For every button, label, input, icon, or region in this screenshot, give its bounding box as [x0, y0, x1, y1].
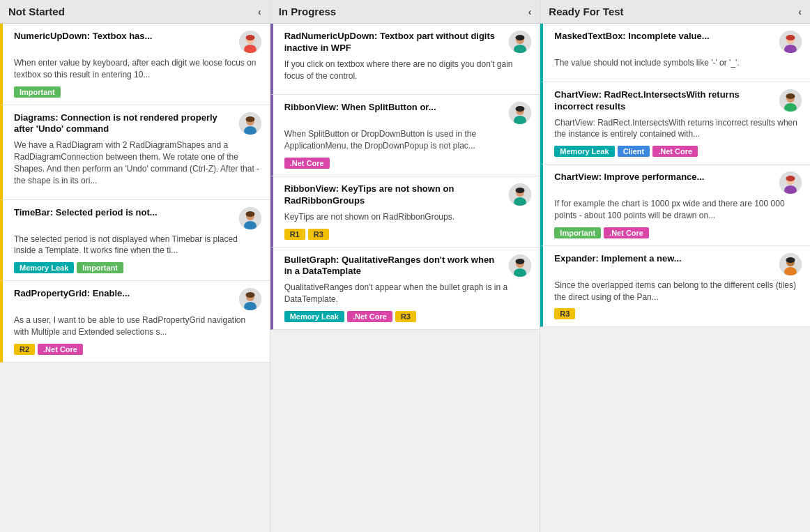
column-in-progress: In Progress‹RadNumericUpDown: Textbox pa… — [270, 0, 541, 532]
avatar — [509, 254, 531, 277]
cards-container-not-started: NumericUpDown: Textbox has... When enter… — [0, 24, 270, 363]
card-title: ChartView: Improve performance... — [554, 172, 779, 183]
card[interactable]: Expander: Implement a new... Since the o… — [540, 246, 810, 328]
card-title: MaskedTextBox: Incomplete value... — [554, 31, 779, 43]
collapse-icon-ready-for-test[interactable]: ‹ — [798, 6, 802, 17]
card-description: The value should not include symbols lik… — [554, 57, 802, 69]
card-top: Expander: Implement a new... — [554, 253, 802, 275]
card-description: When enter value by keyboard, after each… — [14, 57, 261, 81]
avatar — [509, 31, 531, 53]
tag-r3[interactable]: R3 — [554, 308, 575, 319]
card-top: Diagrams: Connection is not rendered pro… — [14, 112, 261, 136]
card[interactable]: BulletGraph: QualitativeRanges don't wor… — [270, 248, 540, 330]
tag-important[interactable]: Important — [554, 227, 601, 238]
card-title: RadNumericUpDown: Textbox part without d… — [284, 31, 510, 54]
card-top: RibbonView: When SplitButton or... — [284, 102, 532, 124]
card-top: ChartView: Improve performance... — [554, 172, 802, 194]
tag-memoryleak[interactable]: Memory Leak — [14, 262, 74, 273]
svg-point-31 — [516, 259, 525, 264]
card-top: ChartView: RadRect.IntersectsWith return… — [554, 89, 802, 113]
card-top: BulletGraph: QualitativeRanges don't wor… — [284, 254, 532, 278]
tag-important[interactable]: Important — [77, 262, 123, 273]
card-title: Diagrams: Connection is not rendered pro… — [14, 112, 239, 136]
tag-netcore[interactable]: .Net Core — [652, 146, 698, 157]
svg-point-47 — [786, 257, 795, 263]
card[interactable]: RadPropertyGrid: Enable... As a user, I … — [0, 281, 270, 363]
collapse-icon-in-progress[interactable]: ‹ — [528, 6, 532, 17]
card[interactable]: MaskedTextBox: Incomplete value... The v… — [540, 24, 810, 82]
avatar — [779, 89, 802, 112]
card-description: KeyTips are not shown on RadRibbonGroups… — [284, 211, 532, 223]
column-header-in-progress: In Progress‹ — [270, 0, 540, 24]
column-ready-for-test: Ready For Test‹MaskedTextBox: Incomplete… — [540, 0, 810, 532]
card-description: Since the overlapped items can belong to… — [554, 280, 802, 303]
card[interactable]: NumericUpDown: Textbox has... When enter… — [0, 24, 270, 105]
tag-memoryleak[interactable]: Memory Leak — [284, 311, 344, 322]
card-title: ChartView: RadRect.IntersectsWith return… — [554, 89, 779, 113]
svg-point-11 — [245, 211, 254, 217]
card-tags: R1R3 — [284, 229, 532, 240]
column-title-in-progress: In Progress — [279, 6, 337, 17]
card-description: The selected period is not displayed whe… — [14, 234, 261, 257]
card-description: If for example the chart is 1000 px wide… — [554, 198, 802, 222]
tag-client[interactable]: Client — [618, 146, 650, 157]
tag-r1[interactable]: R1 — [284, 229, 305, 240]
card-title: Expander: Implement a new... — [554, 253, 779, 265]
tag-r3[interactable]: R3 — [395, 311, 416, 322]
tag-r3[interactable]: R3 — [308, 229, 329, 240]
card-description: If you click on textbox where there are … — [284, 59, 532, 82]
kanban-board: Not Started‹NumericUpDown: Textbox has..… — [0, 0, 810, 532]
card[interactable]: RibbonView: When SplitButton or... When … — [270, 95, 540, 176]
card-tags: R2.Net Core — [14, 344, 261, 355]
svg-point-19 — [516, 35, 525, 40]
tag-netcore[interactable]: .Net Core — [604, 227, 649, 238]
svg-point-15 — [245, 292, 254, 298]
card-title: NumericUpDown: Textbox has... — [14, 31, 239, 43]
card-title: BulletGraph: QualitativeRanges don't wor… — [284, 254, 510, 278]
svg-point-23 — [516, 106, 525, 112]
card-title: RibbonView: When SplitButton or... — [284, 102, 510, 114]
card-tags: Memory LeakClient.Net Core — [554, 146, 802, 157]
card-tags: Memory Leak.Net CoreR3 — [284, 311, 532, 322]
column-title-not-started: Not Started — [8, 6, 65, 17]
tag-memoryleak[interactable]: Memory Leak — [554, 146, 614, 157]
tag-netcore[interactable]: .Net Core — [284, 158, 330, 169]
collapse-icon-not-started[interactable]: ‹ — [258, 6, 261, 17]
card[interactable]: ChartView: Improve performance... If for… — [540, 165, 810, 246]
svg-point-39 — [786, 93, 795, 99]
card[interactable]: RibbonView: KeyTips are not shown on Rad… — [270, 176, 540, 248]
card-tags: Important.Net Core — [554, 227, 802, 238]
avatar — [509, 102, 531, 124]
card[interactable]: RadNumericUpDown: Textbox part without d… — [270, 24, 540, 95]
card-title: TimeBar: Selected period is not... — [14, 207, 239, 219]
avatar — [239, 288, 261, 310]
card-top: RibbonView: KeyTips are not shown on Rad… — [284, 183, 532, 207]
card-description: QualitativeRanges don't appear when the … — [284, 282, 532, 305]
card-title: RibbonView: KeyTips are not shown on Rad… — [284, 183, 510, 207]
avatar — [779, 31, 802, 53]
tag-netcore[interactable]: .Net Core — [38, 344, 83, 355]
card-description: ChartView: RadRect.IntersectsWith return… — [554, 117, 802, 141]
tag-r2[interactable]: R2 — [14, 344, 35, 355]
avatar — [779, 253, 802, 275]
svg-point-43 — [786, 176, 795, 181]
card[interactable]: TimeBar: Selected period is not... The s… — [0, 200, 270, 282]
tag-important[interactable]: Important — [14, 86, 61, 98]
card-tags: Memory LeakImportant — [14, 262, 261, 273]
cards-container-ready-for-test: MaskedTextBox: Incomplete value... The v… — [540, 24, 810, 327]
avatar — [239, 31, 261, 53]
card[interactable]: Diagrams: Connection is not rendered pro… — [0, 105, 270, 200]
avatar — [779, 172, 802, 194]
column-header-not-started: Not Started‹ — [0, 0, 270, 24]
card[interactable]: ChartView: RadRect.IntersectsWith return… — [540, 82, 810, 165]
tag-netcore[interactable]: .Net Core — [347, 311, 392, 322]
column-title-ready-for-test: Ready For Test — [549, 6, 623, 17]
card-tags: R3 — [554, 308, 802, 319]
card-description: When SplitButton or DropDownButton is us… — [284, 128, 532, 152]
avatar — [239, 112, 261, 135]
card-top: RadPropertyGrid: Enable... — [14, 288, 261, 310]
card-top: RadNumericUpDown: Textbox part without d… — [284, 31, 532, 54]
column-header-ready-for-test: Ready For Test‹ — [540, 0, 810, 24]
column-not-started: Not Started‹NumericUpDown: Textbox has..… — [0, 0, 270, 532]
card-top: MaskedTextBox: Incomplete value... — [554, 31, 802, 53]
